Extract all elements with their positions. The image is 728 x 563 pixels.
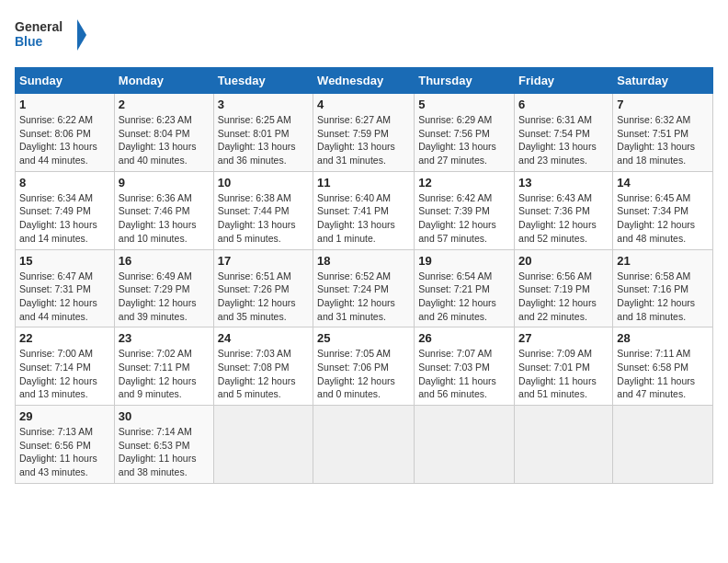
sunset: Sunset: 7:41 PM — [317, 204, 410, 218]
header-cell-monday: Monday — [114, 68, 213, 94]
day-cell — [213, 406, 313, 484]
header-cell-friday: Friday — [515, 68, 613, 94]
sunset: Sunset: 7:49 PM — [19, 204, 110, 218]
svg-text:Blue: Blue — [15, 34, 43, 49]
daylight: Daylight: 12 hours and 0 minutes. — [317, 374, 410, 401]
day-number: 14 — [617, 176, 709, 190]
day-number: 21 — [617, 254, 709, 268]
sunset: Sunset: 7:08 PM — [218, 361, 309, 374]
day-number: 5 — [418, 98, 510, 111]
day-number: 15 — [19, 254, 110, 268]
sunset: Sunset: 7:06 PM — [317, 361, 410, 374]
day-info: Sunrise: 6:34 AM Sunset: 7:49 PM Dayligh… — [19, 191, 110, 246]
day-cell: 23 Sunrise: 7:02 AM Sunset: 7:11 PM Dayl… — [114, 327, 213, 406]
day-cell — [613, 406, 713, 484]
day-cell: 12 Sunrise: 6:42 AM Sunset: 7:39 PM Dayl… — [415, 171, 515, 249]
day-cell: 30 Sunrise: 7:14 AM Sunset: 6:53 PM Dayl… — [114, 406, 213, 484]
day-info: Sunrise: 6:51 AM Sunset: 7:26 PM Dayligh… — [218, 270, 309, 324]
day-cell: 21 Sunrise: 6:58 AM Sunset: 7:16 PM Dayl… — [613, 249, 713, 327]
day-number: 1 — [19, 98, 110, 111]
day-info: Sunrise: 6:47 AM Sunset: 7:31 PM Dayligh… — [19, 270, 110, 324]
day-cell — [313, 406, 415, 484]
daylight: Daylight: 13 hours and 18 minutes. — [617, 140, 709, 167]
day-cell: 11 Sunrise: 6:40 AM Sunset: 7:41 PM Dayl… — [313, 171, 415, 249]
sunrise: Sunrise: 7:03 AM — [218, 347, 309, 361]
day-number: 25 — [317, 331, 410, 345]
sunrise: Sunrise: 7:09 AM — [518, 347, 609, 361]
sunset: Sunset: 7:34 PM — [617, 204, 709, 218]
day-cell: 29 Sunrise: 7:13 AM Sunset: 6:56 PM Dayl… — [16, 406, 115, 484]
day-info: Sunrise: 6:58 AM Sunset: 7:16 PM Dayligh… — [617, 270, 709, 324]
sunset: Sunset: 7:21 PM — [418, 282, 510, 296]
sunrise: Sunrise: 6:32 AM — [617, 113, 709, 127]
day-cell: 10 Sunrise: 6:38 AM Sunset: 7:44 PM Dayl… — [213, 171, 313, 249]
header-row: SundayMondayTuesdayWednesdayThursdayFrid… — [16, 68, 713, 94]
sunrise: Sunrise: 6:54 AM — [418, 270, 510, 283]
daylight: Daylight: 11 hours and 56 minutes. — [418, 374, 510, 401]
day-number: 22 — [19, 331, 110, 345]
week-row-3: 15 Sunrise: 6:47 AM Sunset: 7:31 PM Dayl… — [16, 249, 713, 327]
day-info: Sunrise: 6:49 AM Sunset: 7:29 PM Dayligh… — [119, 270, 210, 324]
sunrise: Sunrise: 6:31 AM — [518, 113, 609, 127]
day-info: Sunrise: 6:23 AM Sunset: 8:04 PM Dayligh… — [119, 113, 210, 167]
daylight: Daylight: 13 hours and 1 minute. — [317, 218, 410, 245]
sunrise: Sunrise: 6:38 AM — [218, 191, 309, 205]
sunrise: Sunrise: 6:58 AM — [617, 270, 709, 283]
sunrise: Sunrise: 7:05 AM — [317, 347, 410, 361]
sunrise: Sunrise: 6:43 AM — [518, 191, 609, 205]
sunrise: Sunrise: 6:23 AM — [119, 113, 210, 127]
day-info: Sunrise: 7:00 AM Sunset: 7:14 PM Dayligh… — [19, 347, 110, 401]
daylight: Daylight: 13 hours and 14 minutes. — [19, 218, 110, 245]
sunset: Sunset: 8:01 PM — [218, 127, 309, 141]
sunset: Sunset: 7:54 PM — [518, 127, 609, 141]
sunrise: Sunrise: 6:45 AM — [617, 191, 709, 205]
day-cell — [415, 406, 515, 484]
day-number: 2 — [119, 98, 210, 111]
sunrise: Sunrise: 7:14 AM — [119, 425, 210, 439]
daylight: Daylight: 12 hours and 9 minutes. — [119, 374, 210, 401]
day-cell: 5 Sunrise: 6:29 AM Sunset: 7:56 PM Dayli… — [415, 94, 515, 172]
sunset: Sunset: 7:39 PM — [418, 204, 510, 218]
header-cell-wednesday: Wednesday — [313, 68, 415, 94]
day-info: Sunrise: 6:43 AM Sunset: 7:36 PM Dayligh… — [518, 191, 609, 246]
day-number: 10 — [218, 176, 309, 190]
day-number: 11 — [317, 176, 410, 190]
sunset: Sunset: 8:04 PM — [119, 127, 210, 141]
week-row-4: 22 Sunrise: 7:00 AM Sunset: 7:14 PM Dayl… — [16, 327, 713, 406]
day-info: Sunrise: 7:02 AM Sunset: 7:11 PM Dayligh… — [119, 347, 210, 401]
day-info: Sunrise: 7:03 AM Sunset: 7:08 PM Dayligh… — [218, 347, 309, 401]
sunset: Sunset: 7:19 PM — [518, 282, 609, 296]
day-cell: 18 Sunrise: 6:52 AM Sunset: 7:24 PM Dayl… — [313, 249, 415, 327]
daylight: Daylight: 12 hours and 52 minutes. — [518, 218, 609, 245]
day-info: Sunrise: 7:09 AM Sunset: 7:01 PM Dayligh… — [518, 347, 609, 401]
day-cell: 16 Sunrise: 6:49 AM Sunset: 7:29 PM Dayl… — [114, 249, 213, 327]
sunrise: Sunrise: 6:36 AM — [119, 191, 210, 205]
daylight: Daylight: 11 hours and 43 minutes. — [19, 452, 110, 478]
sunrise: Sunrise: 7:11 AM — [617, 347, 709, 361]
day-number: 4 — [317, 98, 410, 111]
day-number: 3 — [218, 98, 309, 111]
sunrise: Sunrise: 6:49 AM — [119, 270, 210, 283]
sunset: Sunset: 6:56 PM — [19, 439, 110, 453]
daylight: Daylight: 13 hours and 27 minutes. — [418, 140, 510, 167]
daylight: Daylight: 13 hours and 10 minutes. — [119, 218, 210, 245]
week-row-2: 8 Sunrise: 6:34 AM Sunset: 7:49 PM Dayli… — [16, 171, 713, 249]
day-info: Sunrise: 7:05 AM Sunset: 7:06 PM Dayligh… — [317, 347, 410, 401]
day-number: 13 — [518, 176, 609, 190]
day-number: 12 — [418, 176, 510, 190]
day-info: Sunrise: 6:31 AM Sunset: 7:54 PM Dayligh… — [518, 113, 609, 167]
day-info: Sunrise: 6:45 AM Sunset: 7:34 PM Dayligh… — [617, 191, 709, 246]
sunrise: Sunrise: 6:51 AM — [218, 270, 309, 283]
day-info: Sunrise: 6:32 AM Sunset: 7:51 PM Dayligh… — [617, 113, 709, 167]
day-number: 9 — [119, 176, 210, 190]
day-cell: 13 Sunrise: 6:43 AM Sunset: 7:36 PM Dayl… — [515, 171, 613, 249]
sunset: Sunset: 6:53 PM — [119, 439, 210, 453]
sunset: Sunset: 7:51 PM — [617, 127, 709, 141]
daylight: Daylight: 12 hours and 35 minutes. — [218, 296, 309, 323]
sunset: Sunset: 7:14 PM — [19, 361, 110, 374]
sunrise: Sunrise: 6:29 AM — [418, 113, 510, 127]
sunset: Sunset: 7:03 PM — [418, 361, 510, 374]
header-cell-sunday: Sunday — [16, 68, 115, 94]
day-cell — [515, 406, 613, 484]
daylight: Daylight: 12 hours and 57 minutes. — [418, 218, 510, 245]
